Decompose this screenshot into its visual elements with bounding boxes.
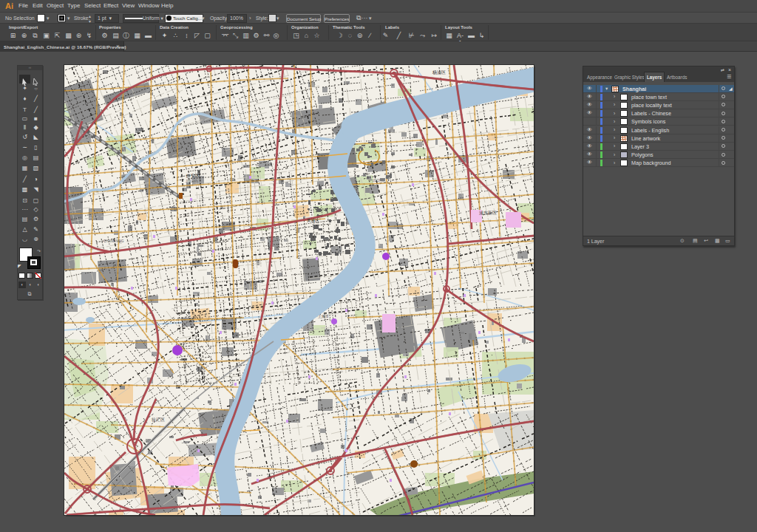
svg-text:JING'AN: JING'AN bbox=[186, 180, 198, 183]
svg-text:浦东新区: 浦东新区 bbox=[479, 210, 497, 215]
svg-text:CHANGNING: CHANGNING bbox=[103, 239, 124, 243]
svg-text:PUDONG: PUDONG bbox=[370, 179, 384, 183]
svg-text:黄浦区: 黄浦区 bbox=[307, 218, 319, 223]
svg-text:上海市: 上海市 bbox=[318, 314, 329, 319]
svg-text:杨浦区: 杨浦区 bbox=[432, 69, 446, 75]
svg-text:徐汇区: 徐汇区 bbox=[152, 417, 165, 423]
svg-text:静安区: 静安区 bbox=[186, 173, 200, 178]
